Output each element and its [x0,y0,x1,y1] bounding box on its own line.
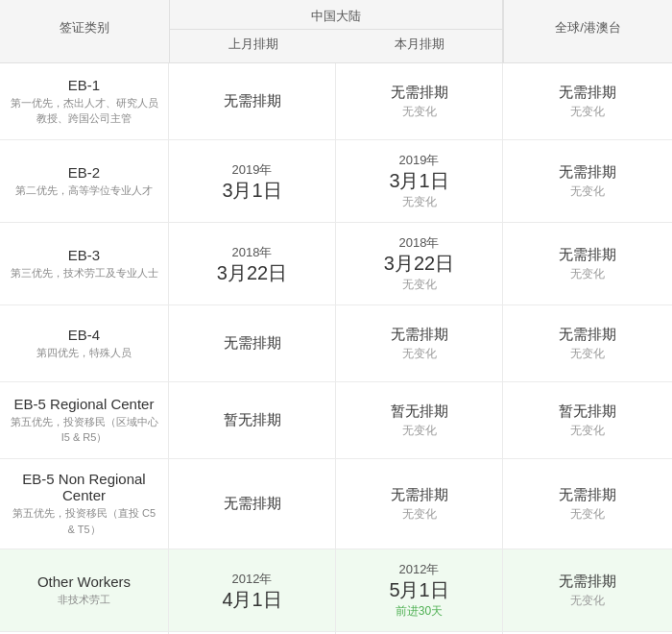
date-main: 3月22日 [217,261,287,284]
cell: 无需排期 无变化 [503,223,672,305]
change-text: 无变化 [570,183,605,200]
visa-desc: 第三优先，技术劳工及专业人士 [11,265,158,281]
date-main: 3月1日 [389,169,448,192]
no-wait-text: 无需排期 [559,486,616,504]
date-main: 3月22日 [384,252,454,275]
visa-label-cell: EB-2 第二优先，高等学位专业人才 [0,140,169,222]
cell: 无需排期 无变化 [336,459,503,549]
change-text: 无变化 [570,266,605,282]
change-text: 无变化 [570,423,605,439]
no-wait-text: 无需排期 [559,246,616,264]
table-row: EB-1 第一优先，杰出人才、研究人员教授、跨国公司主管 无需排期 无需排期 无… [0,63,672,140]
change-text: 无变化 [570,104,605,120]
date-year: 2012年 [399,561,440,578]
date-year: 2018年 [399,234,440,252]
change-text: 无变化 [570,506,605,523]
visa-code: Other Workers [37,573,131,590]
visa-code: EB-1 [68,77,100,93]
date-year: 2019年 [232,161,273,179]
no-wait-text: 无需排期 [559,326,616,344]
visa-label-cell: Other Workers 非技术劳工 [0,549,169,631]
change-text: 无变化 [570,346,605,362]
header-last-month: 上月排期 [170,29,336,62]
cell: 无需排期 [169,305,336,381]
visa-label-cell: EB-5 Regional Center 第五优先，投资移民（区域中心I5 & … [0,382,169,458]
visa-desc: 第四优先，特殊人员 [36,345,132,361]
cell: 无需排期 无变化 [503,305,672,381]
visa-label-cell: EB-1 第一优先，杰出人才、研究人员教授、跨国公司主管 [0,63,169,139]
table-row: EB-5 Non RegionalCenter 第五优先，投资移民（直投 C5&… [0,459,672,549]
header-china-title: 中国大陆 [311,0,361,29]
change-text: 无变化 [402,423,437,439]
table-row: EB-2 第二优先，高等学位专业人才 2019年 3月1日 2019年 3月1日… [0,140,672,223]
header-china-group: 中国大陆 上月排期 本月排期 [169,0,503,62]
no-wait-text: 无需排期 [391,486,448,504]
visa-desc: 第五优先，投资移民（直投 C5& T5） [12,505,156,537]
cell: 无需排期 无变化 [503,549,672,631]
cell: 2012年 4月1日 [169,549,336,631]
cell: 无需排期 无变化 [503,140,672,222]
visa-desc: 非技术劳工 [58,592,110,608]
visa-desc: 第一优先，杰出人才、研究人员教授、跨国公司主管 [11,95,158,127]
header-this-month: 本月排期 [336,29,502,62]
cell: 暂无排期 [169,382,336,458]
cell: 无需排期 [169,459,336,549]
no-queue-text: 暂无排期 [391,402,448,421]
no-wait-text: 无需排期 [224,495,281,513]
change-text: 无变化 [402,194,437,210]
cell: 无需排期 [169,63,336,139]
change-text: 前进30天 [396,603,443,620]
change-text: 无变化 [402,277,437,293]
no-wait-text: 无需排期 [559,163,616,182]
no-wait-text: 无需排期 [224,334,281,353]
table-row: EB-4 第四优先，特殊人员 无需排期 无需排期 无变化 无需排期 无变化 [0,305,672,382]
table-row: Other Workers 非技术劳工 2012年 4月1日 2012年 5月1… [0,549,672,632]
cell: 2012年 5月1日 前进30天 [336,549,503,631]
cell: 无需排期 无变化 [336,63,503,139]
cell: 暂无排期 无变化 [503,382,672,458]
cell: 暂无排期 无变化 [336,382,503,458]
date-year: 2012年 [232,571,273,588]
visa-code: EB-5 Non RegionalCenter [22,471,145,503]
visa-code: EB-5 Regional Center [14,396,155,412]
cell: 无需排期 无变化 [503,459,672,549]
change-text: 无变化 [402,104,437,120]
no-wait-text: 无需排期 [559,84,616,102]
cell: 无需排期 无变化 [503,63,672,139]
no-wait-text: 无需排期 [559,573,616,591]
visa-code: EB-3 [68,247,100,263]
visa-label-cell: EB-4 第四优先，特殊人员 [0,305,169,381]
header-visa-type: 签证类别 [0,0,169,62]
change-text: 无变化 [570,593,605,609]
cell: 2019年 3月1日 [169,140,336,222]
header-china-sub: 上月排期 本月排期 [170,29,502,62]
cell: 2018年 3月22日 无变化 [336,223,503,305]
date-main: 3月1日 [222,179,281,202]
date-year: 2018年 [232,244,273,261]
visa-label-cell: EB-5 Non RegionalCenter 第五优先，投资移民（直投 C5&… [0,459,169,549]
no-queue-text: 暂无排期 [224,411,281,429]
header-global: 全球/港澳台 [503,0,672,62]
visa-label-cell: EB-3 第三优先，技术劳工及专业人士 [0,223,169,305]
date-year: 2019年 [399,152,440,169]
cell: 无需排期 无变化 [336,305,503,381]
change-text: 无变化 [402,346,437,362]
table-row: EB-3 第三优先，技术劳工及专业人士 2018年 3月22日 2018年 3月… [0,223,672,305]
visa-code: EB-4 [68,327,100,343]
table-row: EB-5 Regional Center 第五优先，投资移民（区域中心I5 & … [0,382,672,459]
no-wait-text: 无需排期 [224,92,281,110]
visa-table: 签证类别 中国大陆 上月排期 本月排期 全球/港澳台 EB-1 第一优先，杰出人… [0,0,672,634]
visa-code: EB-2 [68,164,100,181]
cell: 2019年 3月1日 无变化 [336,140,503,222]
date-main: 5月1日 [389,578,448,601]
visa-desc: 第五优先，投资移民（区域中心I5 & R5） [11,414,158,446]
change-text: 无变化 [402,506,437,523]
cell: 2018年 3月22日 [169,223,336,305]
visa-desc: 第二优先，高等学位专业人才 [15,183,153,199]
table-body: EB-1 第一优先，杰出人才、研究人员教授、跨国公司主管 无需排期 无需排期 无… [0,63,672,634]
no-wait-text: 无需排期 [391,326,448,344]
table-header: 签证类别 中国大陆 上月排期 本月排期 全球/港澳台 [0,0,672,63]
no-queue-text: 暂无排期 [559,402,616,421]
date-main: 4月1日 [222,588,281,611]
no-wait-text: 无需排期 [391,84,448,102]
